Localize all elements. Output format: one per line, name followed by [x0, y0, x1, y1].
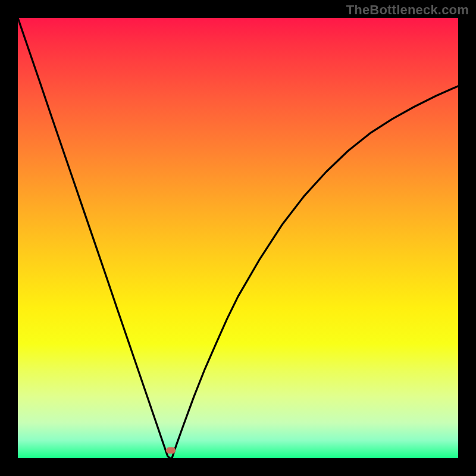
chart-stage: TheBottleneck.com — [0, 0, 476, 476]
watermark-text: TheBottleneck.com — [346, 2, 469, 18]
current-point-marker — [166, 447, 176, 454]
bottleneck-curve — [18, 18, 458, 458]
